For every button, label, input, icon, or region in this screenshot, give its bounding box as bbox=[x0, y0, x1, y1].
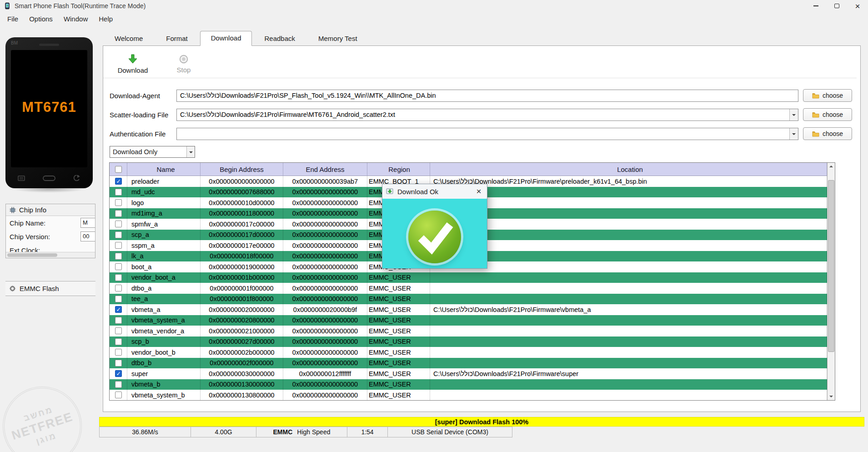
scatter-choose-button[interactable]: choose bbox=[803, 108, 852, 121]
location[interactable] bbox=[430, 251, 827, 262]
partition-name[interactable]: vbmeta_vendor_a bbox=[127, 326, 201, 336]
location[interactable] bbox=[430, 390, 827, 400]
row-checkbox[interactable] bbox=[115, 349, 122, 356]
tab-welcome[interactable]: Welcome bbox=[104, 31, 154, 45]
partition-name[interactable]: dtbo_a bbox=[127, 283, 201, 294]
minimize-button[interactable] bbox=[805, 0, 826, 12]
flash-mode-select[interactable]: Download Only bbox=[110, 146, 195, 158]
row-checkbox[interactable] bbox=[115, 263, 122, 270]
location[interactable] bbox=[430, 197, 827, 208]
location[interactable] bbox=[430, 336, 827, 347]
partition-name[interactable]: vbmeta_b bbox=[127, 379, 201, 390]
menu-file[interactable]: File bbox=[2, 13, 24, 25]
row-checkbox[interactable] bbox=[115, 221, 122, 227]
chip-info-hscroll-thumb[interactable] bbox=[7, 253, 57, 257]
location[interactable]: C:\Users\כולל\Downloads\F21Pro\Firmware\… bbox=[430, 368, 827, 379]
tab-download[interactable]: Download bbox=[200, 31, 252, 46]
chip-version-field[interactable]: 00 bbox=[80, 231, 95, 241]
menu-help[interactable]: Help bbox=[93, 13, 118, 25]
row-checkbox[interactable] bbox=[115, 199, 122, 206]
location[interactable] bbox=[430, 358, 827, 369]
partition-name[interactable]: md_udc bbox=[127, 187, 201, 198]
header-name[interactable]: Name bbox=[127, 163, 201, 176]
partition-name[interactable]: super bbox=[127, 368, 201, 379]
tab-memory-test[interactable]: Memory Test bbox=[307, 31, 368, 45]
row-checkbox[interactable] bbox=[115, 392, 122, 398]
row-checkbox[interactable] bbox=[115, 210, 122, 217]
location[interactable] bbox=[430, 294, 827, 305]
row-checkbox[interactable] bbox=[115, 231, 122, 238]
partition-name[interactable]: vbmeta_system_a bbox=[127, 315, 201, 326]
menu-options[interactable]: Options bbox=[24, 13, 58, 25]
auth-dropdown-arrow-icon[interactable] bbox=[789, 128, 798, 140]
download-agent-input[interactable] bbox=[177, 90, 798, 101]
maximize-button[interactable] bbox=[826, 0, 847, 12]
row-checkbox[interactable] bbox=[115, 360, 122, 367]
download-agent-choose-button[interactable]: choose bbox=[803, 89, 852, 102]
partition-name[interactable]: tee_a bbox=[127, 294, 201, 305]
tab-format[interactable]: Format bbox=[155, 31, 199, 45]
scatter-file-input[interactable] bbox=[177, 109, 789, 121]
partition-name[interactable]: boot_a bbox=[127, 261, 201, 272]
row-checkbox[interactable] bbox=[115, 317, 122, 324]
header-end-address[interactable]: End Address bbox=[283, 163, 367, 176]
dialog-title-bar[interactable]: Download Ok × bbox=[382, 184, 487, 199]
header-begin-address[interactable]: Begin Address bbox=[201, 163, 283, 176]
close-button[interactable]: × bbox=[847, 0, 868, 12]
row-checkbox[interactable] bbox=[115, 296, 122, 302]
partition-name[interactable]: md1img_a bbox=[127, 208, 201, 219]
row-checkbox[interactable] bbox=[115, 370, 122, 377]
location[interactable] bbox=[430, 240, 827, 251]
row-checkbox[interactable] bbox=[115, 242, 122, 249]
scroll-up-icon[interactable] bbox=[828, 163, 835, 170]
chip-name-field[interactable]: M bbox=[80, 218, 95, 228]
partition-name[interactable]: vendor_boot_b bbox=[127, 347, 201, 358]
partition-name[interactable]: sspm_a bbox=[127, 240, 201, 251]
location[interactable] bbox=[430, 379, 827, 390]
partition-name[interactable]: lk_a bbox=[127, 251, 201, 262]
scroll-down-icon[interactable] bbox=[828, 393, 835, 400]
row-checkbox[interactable] bbox=[115, 338, 122, 345]
header-region[interactable]: Region bbox=[367, 163, 430, 176]
menu-window[interactable]: Window bbox=[58, 13, 93, 25]
partition-name[interactable]: preloader bbox=[127, 176, 201, 187]
row-checkbox[interactable] bbox=[115, 189, 122, 196]
row-checkbox[interactable] bbox=[115, 327, 122, 334]
location[interactable] bbox=[430, 272, 827, 283]
emmc-flash-section[interactable]: EMMC Flash bbox=[5, 281, 95, 296]
dialog-close-button[interactable]: × bbox=[471, 184, 487, 199]
location[interactable]: C:\Users\כולל\Downloads\F21Pro\Firmware\… bbox=[430, 176, 827, 187]
location[interactable] bbox=[430, 187, 827, 198]
partition-name[interactable]: dtbo_b bbox=[127, 358, 201, 369]
tab-readback[interactable]: Readback bbox=[253, 31, 306, 45]
location[interactable] bbox=[430, 208, 827, 219]
partition-name[interactable]: vendor_boot_a bbox=[127, 272, 201, 283]
scatter-dropdown-arrow-icon[interactable] bbox=[789, 109, 798, 121]
partition-name[interactable]: logo bbox=[127, 197, 201, 208]
select-all-checkbox[interactable] bbox=[115, 166, 122, 173]
table-vscrollbar[interactable] bbox=[827, 163, 835, 400]
location[interactable] bbox=[430, 283, 827, 294]
auth-choose-button[interactable]: choose bbox=[803, 127, 852, 140]
location[interactable] bbox=[430, 315, 827, 326]
location[interactable] bbox=[430, 230, 827, 241]
partition-name[interactable]: scp_a bbox=[127, 230, 201, 241]
row-checkbox[interactable] bbox=[115, 381, 122, 388]
partition-name[interactable]: vbmeta_a bbox=[127, 304, 201, 315]
row-checkbox[interactable] bbox=[115, 285, 122, 291]
location[interactable] bbox=[430, 347, 827, 358]
stop-button[interactable]: Stop bbox=[163, 50, 204, 78]
location[interactable] bbox=[430, 261, 827, 272]
location[interactable]: C:\Users\כולל\Downloads\F21Pro\Firmware\… bbox=[430, 304, 827, 315]
download-button[interactable]: Download bbox=[112, 50, 153, 78]
location[interactable] bbox=[430, 326, 827, 336]
auth-file-input[interactable] bbox=[177, 128, 789, 140]
partition-name[interactable]: scp_b bbox=[127, 336, 201, 347]
partition-name[interactable]: vbmeta_system_b bbox=[127, 390, 201, 400]
row-checkbox[interactable] bbox=[115, 253, 122, 260]
row-checkbox[interactable] bbox=[115, 178, 122, 185]
partition-name[interactable]: spmfw_a bbox=[127, 219, 201, 230]
header-location[interactable]: Location bbox=[430, 163, 827, 176]
row-checkbox[interactable] bbox=[115, 274, 122, 281]
location[interactable] bbox=[430, 219, 827, 230]
